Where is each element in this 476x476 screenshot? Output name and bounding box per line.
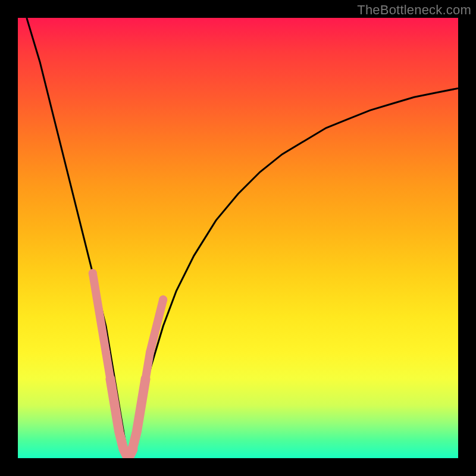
highlight-dot [159,296,167,304]
highlight-segment [146,300,164,379]
highlight-dot [102,348,110,356]
highlight-segment [132,379,145,449]
marker-layer [89,269,167,458]
highlight-dot [146,348,154,356]
chart-frame: TheBottleneck.com [0,0,476,476]
highlight-dot [137,401,145,409]
bottleneck-curve [27,18,458,458]
watermark-text: TheBottleneck.com [357,2,471,18]
highlight-dot [89,269,97,277]
highlight-segment [110,379,128,458]
highlight-dot [111,401,119,409]
curve-layer [27,18,458,458]
plot-svg [18,18,458,458]
plot-area [18,18,458,458]
highlight-segment [93,273,111,379]
